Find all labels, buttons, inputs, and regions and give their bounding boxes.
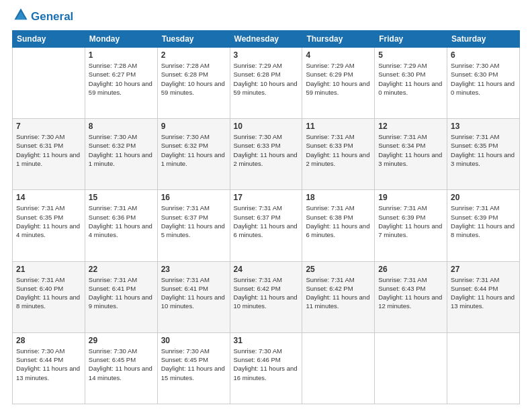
col-friday: Friday [375,31,447,48]
day-number: 11 [306,122,371,131]
day-number: 27 [451,265,516,274]
header: General [12,10,520,24]
table-row [13,48,85,119]
table-row: 3Sunrise: 7:29 AMSunset: 6:28 PMDaylight… [230,48,302,119]
day-detail: Sunrise: 7:30 AMSunset: 6:32 PMDaylight:… [89,132,154,168]
day-number: 13 [451,122,516,131]
table-row: 13Sunrise: 7:31 AMSunset: 6:35 PMDayligh… [447,119,520,190]
table-row: 6Sunrise: 7:30 AMSunset: 6:30 PMDaylight… [447,48,520,119]
day-detail: Sunrise: 7:31 AMSunset: 6:42 PMDaylight:… [306,275,371,311]
calendar-week-row: 21Sunrise: 7:31 AMSunset: 6:40 PMDayligh… [13,261,520,332]
day-number: 22 [89,265,154,274]
day-number: 3 [234,50,299,60]
table-row: 27Sunrise: 7:31 AMSunset: 6:44 PMDayligh… [447,261,520,332]
day-detail: Sunrise: 7:31 AMSunset: 6:39 PMDaylight:… [451,203,516,239]
day-number: 16 [161,193,226,202]
day-detail: Sunrise: 7:30 AMSunset: 6:30 PMDaylight:… [451,61,516,97]
table-row: 17Sunrise: 7:31 AMSunset: 6:37 PMDayligh… [230,190,302,261]
table-row: 5Sunrise: 7:29 AMSunset: 6:30 PMDaylight… [375,48,447,119]
table-row: 30Sunrise: 7:30 AMSunset: 6:45 PMDayligh… [157,332,230,404]
table-row: 16Sunrise: 7:31 AMSunset: 6:37 PMDayligh… [157,190,230,261]
day-number: 17 [234,193,299,202]
calendar-table: Sunday Monday Tuesday Wednesday Thursday… [12,30,520,404]
day-detail: Sunrise: 7:31 AMSunset: 6:35 PMDaylight:… [451,132,516,168]
table-row: 11Sunrise: 7:31 AMSunset: 6:33 PMDayligh… [302,119,375,190]
table-row: 25Sunrise: 7:31 AMSunset: 6:42 PMDayligh… [302,261,375,332]
table-row [302,332,375,404]
day-detail: Sunrise: 7:30 AMSunset: 6:45 PMDaylight:… [161,347,226,382]
col-saturday: Saturday [447,31,520,48]
day-number: 28 [16,336,81,345]
table-row: 26Sunrise: 7:31 AMSunset: 6:43 PMDayligh… [375,261,447,332]
day-number: 29 [89,336,154,345]
day-number: 6 [451,50,516,60]
table-row: 18Sunrise: 7:31 AMSunset: 6:38 PMDayligh… [302,190,375,261]
day-detail: Sunrise: 7:31 AMSunset: 6:40 PMDaylight:… [16,275,81,311]
day-detail: Sunrise: 7:31 AMSunset: 6:37 PMDaylight:… [234,203,299,239]
col-wednesday: Wednesday [230,31,302,48]
table-row: 29Sunrise: 7:30 AMSunset: 6:45 PMDayligh… [85,332,157,404]
table-row [447,332,520,404]
day-number: 30 [161,336,226,345]
table-row: 23Sunrise: 7:31 AMSunset: 6:41 PMDayligh… [157,261,230,332]
table-row: 2Sunrise: 7:28 AMSunset: 6:28 PMDaylight… [157,48,230,119]
page: General Sunday Monday Tuesday Wednesday … [0,0,532,411]
day-detail: Sunrise: 7:31 AMSunset: 6:44 PMDaylight:… [451,275,516,311]
table-row: 15Sunrise: 7:31 AMSunset: 6:36 PMDayligh… [85,190,157,261]
day-detail: Sunrise: 7:30 AMSunset: 6:31 PMDaylight:… [16,132,81,168]
day-number: 7 [16,122,81,131]
table-row: 21Sunrise: 7:31 AMSunset: 6:40 PMDayligh… [13,261,85,332]
day-detail: Sunrise: 7:28 AMSunset: 6:28 PMDaylight:… [161,61,226,97]
table-row: 12Sunrise: 7:31 AMSunset: 6:34 PMDayligh… [375,119,447,190]
day-number: 5 [378,50,443,60]
day-number: 25 [306,265,371,274]
table-row: 9Sunrise: 7:30 AMSunset: 6:32 PMDaylight… [157,119,230,190]
day-detail: Sunrise: 7:31 AMSunset: 6:34 PMDaylight:… [378,132,443,168]
col-monday: Monday [85,31,157,48]
table-row: 7Sunrise: 7:30 AMSunset: 6:31 PMDaylight… [13,119,85,190]
day-number: 31 [234,336,299,345]
table-row: 31Sunrise: 7:30 AMSunset: 6:46 PMDayligh… [230,332,302,404]
day-number: 20 [451,193,516,202]
table-row: 28Sunrise: 7:30 AMSunset: 6:44 PMDayligh… [13,332,85,404]
day-detail: Sunrise: 7:29 AMSunset: 6:28 PMDaylight:… [234,61,299,97]
day-number: 26 [378,265,443,274]
day-number: 15 [89,193,154,202]
day-detail: Sunrise: 7:30 AMSunset: 6:44 PMDaylight:… [16,347,81,382]
col-tuesday: Tuesday [157,31,230,48]
calendar-week-row: 14Sunrise: 7:31 AMSunset: 6:35 PMDayligh… [13,190,520,261]
day-detail: Sunrise: 7:31 AMSunset: 6:38 PMDaylight:… [306,203,371,239]
day-detail: Sunrise: 7:29 AMSunset: 6:30 PMDaylight:… [378,61,443,97]
day-number: 19 [378,193,443,202]
day-detail: Sunrise: 7:31 AMSunset: 6:43 PMDaylight:… [378,275,443,311]
table-row: 14Sunrise: 7:31 AMSunset: 6:35 PMDayligh… [13,190,85,261]
day-detail: Sunrise: 7:29 AMSunset: 6:29 PMDaylight:… [306,61,371,97]
day-number: 8 [89,122,154,131]
day-number: 1 [89,50,154,60]
day-number: 18 [306,193,371,202]
day-detail: Sunrise: 7:31 AMSunset: 6:42 PMDaylight:… [234,275,299,311]
day-detail: Sunrise: 7:31 AMSunset: 6:39 PMDaylight:… [378,203,443,239]
day-number: 12 [378,122,443,131]
calendar-header-row: Sunday Monday Tuesday Wednesday Thursday… [13,31,520,48]
table-row: 20Sunrise: 7:31 AMSunset: 6:39 PMDayligh… [447,190,520,261]
logo-icon [13,7,28,22]
day-detail: Sunrise: 7:30 AMSunset: 6:45 PMDaylight:… [89,347,154,382]
table-row: 1Sunrise: 7:28 AMSunset: 6:27 PMDaylight… [85,48,157,119]
logo-text-line1: General [31,11,73,24]
day-number: 9 [161,122,226,131]
table-row: 10Sunrise: 7:30 AMSunset: 6:33 PMDayligh… [230,119,302,190]
table-row: 4Sunrise: 7:29 AMSunset: 6:29 PMDaylight… [302,48,375,119]
day-detail: Sunrise: 7:30 AMSunset: 6:33 PMDaylight:… [234,132,299,168]
day-number: 24 [234,265,299,274]
day-detail: Sunrise: 7:28 AMSunset: 6:27 PMDaylight:… [89,61,154,97]
day-number: 4 [306,50,371,60]
col-sunday: Sunday [13,31,85,48]
day-detail: Sunrise: 7:31 AMSunset: 6:41 PMDaylight:… [161,275,226,311]
day-number: 23 [161,265,226,274]
day-detail: Sunrise: 7:31 AMSunset: 6:36 PMDaylight:… [89,203,154,239]
day-detail: Sunrise: 7:30 AMSunset: 6:46 PMDaylight:… [234,347,299,382]
day-detail: Sunrise: 7:31 AMSunset: 6:33 PMDaylight:… [306,132,371,168]
table-row: 24Sunrise: 7:31 AMSunset: 6:42 PMDayligh… [230,261,302,332]
table-row: 19Sunrise: 7:31 AMSunset: 6:39 PMDayligh… [375,190,447,261]
